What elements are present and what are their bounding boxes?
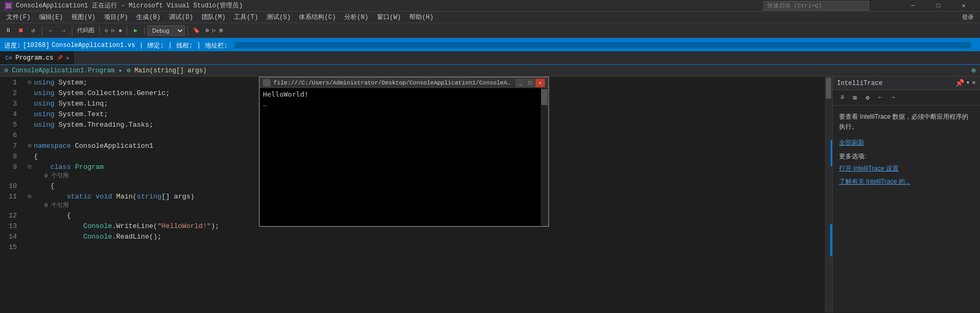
console-window[interactable]: file:///C:/Users/Administrator/Desktop/C… <box>259 77 549 227</box>
process-id: [10268] <box>23 42 49 49</box>
menu-project[interactable]: 项目(P) <box>100 12 133 23</box>
menu-analyze[interactable]: 分析(N) <box>340 12 373 23</box>
tab-icon: C# <box>5 55 12 61</box>
maximize-button[interactable]: □ <box>926 0 950 12</box>
intellitrace-back-btn[interactable]: ← <box>875 92 885 103</box>
menu-architecture[interactable]: 体系结构(C) <box>295 12 340 23</box>
console-scroll-thumb[interactable] <box>541 89 548 105</box>
menu-debug[interactable]: 调试(D) <box>165 12 197 23</box>
bind-label: 绑定: <box>147 41 164 50</box>
intellitrace-content: 要查看 IntelliTrace 数据，必须中断应用程序的执行。 全部刷新 更多… <box>833 106 980 312</box>
intellitrace-refresh-link[interactable]: 全部刷新 <box>839 138 974 147</box>
toolbar-more-btn[interactable]: ⚙ ▷ ⊞ <box>203 25 225 36</box>
expand-icon[interactable]: ⊕ <box>972 66 976 75</box>
toolbar-play-btn[interactable]: ▶ <box>130 25 142 36</box>
window-title: ConsoleApplication1 正在运行 - Microsoft Vis… <box>16 1 764 10</box>
user-login[interactable]: 登录 <box>962 13 974 21</box>
console-minimize-btn[interactable]: _ <box>515 79 525 87</box>
toolbar: ⏸ ⏹ ↺ ← → 代码图 ◇ ▷ ◈ ▶ Debug Release 🔖 ⚙ … <box>0 23 980 38</box>
intellitrace-about-link[interactable]: 了解有关 IntelliTrace 的... <box>839 177 974 186</box>
title-bar: ConsoleApplication1 正在运行 - Microsoft Vis… <box>0 0 980 12</box>
console-output: HelloWorld! _ <box>260 88 548 226</box>
menu-window[interactable]: 窗口(W) <box>373 12 406 23</box>
code-editor[interactable]: 1 ⊟ using System; 2 using System.Collect… <box>0 77 825 312</box>
minimap-accent <box>831 140 832 166</box>
toolbar-pause-btn[interactable]: ⏸ <box>2 25 14 36</box>
close-button[interactable]: ✕ <box>951 0 976 12</box>
tab-label: Program.cs <box>15 54 53 62</box>
intellitrace-toolbar: ≡ ⊞ ⚙ ← → <box>833 90 980 106</box>
toolbar-sep5 <box>144 26 145 35</box>
code-namespace-label: ⚙ ConsoleApplication1.Program <box>4 67 115 74</box>
app-logo <box>4 2 13 10</box>
tab-bar: C# Program.cs 📌 ✕ <box>0 51 980 65</box>
intellitrace-forward-btn[interactable]: → <box>888 92 898 103</box>
address-label: 地址栏: <box>205 41 228 50</box>
menu-build[interactable]: 生成(B) <box>132 12 165 23</box>
intellitrace-more-options-label: 更多选项: <box>839 151 974 162</box>
toolbar-sep1 <box>42 26 42 35</box>
toolbar-code-btn[interactable]: 代码图 <box>75 25 97 36</box>
console-scrollbar[interactable] <box>541 88 548 226</box>
intellitrace-panel: IntelliTrace 📌 ▾ ✕ ≡ ⊞ ⚙ ← → 要查看 Intelli… <box>832 77 980 312</box>
tab-close-icon[interactable]: ✕ <box>66 55 69 61</box>
intellitrace-settings-btn[interactable]: ⚙ <box>862 92 873 103</box>
menu-edit[interactable]: 编辑(E) <box>35 12 68 23</box>
toolbar-restart-btn[interactable]: ↺ <box>27 25 39 36</box>
project-name: ConsoleApplication1.vs <box>52 42 135 49</box>
menu-view[interactable]: 视图(V) <box>67 12 100 23</box>
quick-launch-input[interactable]: 快速启动 (Ctrl+Q) <box>764 1 869 11</box>
editor-scroll-thumb[interactable] <box>826 78 831 99</box>
toolbar-redo-btn[interactable]: → <box>58 25 69 36</box>
status-bar: 进度: [10268] ConsoleApplication1.vs | 绑定:… <box>0 40 980 51</box>
code-line-14: 14 Console.ReadLine(); <box>0 232 825 242</box>
intellitrace-list-btn[interactable]: ≡ <box>837 92 847 103</box>
debug-config-dropdown[interactable]: Debug Release <box>147 25 185 36</box>
console-output-text: HelloWorld! <box>263 90 545 98</box>
toolbar-sep4 <box>127 26 127 35</box>
menu-team[interactable]: 团队(M) <box>197 12 230 23</box>
menu-help[interactable]: 帮助(H) <box>405 12 438 23</box>
intellitrace-title: IntelliTrace <box>837 80 882 87</box>
intellitrace-close-btn[interactable]: ✕ <box>972 79 976 88</box>
console-window-icon <box>263 79 270 87</box>
console-title-bar: file:///C:/Users/Administrator/Desktop/C… <box>260 78 548 88</box>
code-breadcrumb: ⚙ ConsoleApplication1.Program ▸ ⚙ Main(s… <box>0 65 980 77</box>
menu-test[interactable]: 测试(S) <box>262 12 295 23</box>
window-controls: ─ □ ✕ <box>901 0 976 12</box>
tab-pin-icon[interactable]: 📌 <box>56 55 63 61</box>
intellitrace-pin-btn[interactable]: 📌 <box>955 79 964 88</box>
progress-label: 进度: <box>4 41 21 50</box>
code-line-15: 15 <box>0 242 825 253</box>
frame-label: 线框: <box>176 41 193 50</box>
toolbar-various[interactable]: ◇ ▷ ◈ <box>102 25 124 36</box>
intellitrace-settings-link[interactable]: 打开 IntelliTrace 设置 <box>839 164 974 173</box>
code-method-label: ⚙ Main(string[] args) <box>127 67 206 74</box>
status-pipe1: | <box>139 42 143 49</box>
menu-tools[interactable]: 工具(T) <box>230 12 262 23</box>
minimize-button[interactable]: ─ <box>901 0 925 12</box>
console-close-btn[interactable]: ✕ <box>535 79 545 87</box>
menu-file[interactable]: 文件(F) <box>2 12 35 23</box>
main-layout: 1 ⊟ using System; 2 using System.Collect… <box>0 77 980 312</box>
editor-scrollbar[interactable] <box>825 77 832 312</box>
toolbar-undo-btn[interactable]: ← <box>45 25 56 36</box>
status-pipe3: | <box>197 42 201 49</box>
status-pipe2: | <box>168 42 172 49</box>
toolbar-sep2 <box>72 26 72 35</box>
tab-program-cs[interactable]: C# Program.cs 📌 ✕ <box>0 51 75 64</box>
toolbar-sep3 <box>99 26 100 35</box>
console-cursor: _ <box>263 98 545 106</box>
toolbar-bookmarks-btn[interactable]: 🔖 <box>191 25 202 36</box>
intellitrace-dropdown-btn[interactable]: ▾ <box>966 79 970 88</box>
console-title-text: file:///C:/Users/Administrator/Desktop/C… <box>274 80 512 86</box>
console-maximize-btn[interactable]: □ <box>525 79 535 87</box>
intellitrace-header-controls: 📌 ▾ ✕ <box>955 79 976 88</box>
intellitrace-message: 要查看 IntelliTrace 数据，必须中断应用程序的执行。 <box>839 112 974 132</box>
toolbar-stop-btn[interactable]: ⏹ <box>15 25 26 36</box>
intellitrace-header: IntelliTrace 📌 ▾ ✕ <box>833 77 980 90</box>
menu-bar: 文件(F) 编辑(E) 视图(V) 项目(P) 生成(B) 调试(D) 团队(M… <box>0 12 980 23</box>
intellitrace-grid-btn[interactable]: ⊞ <box>850 92 860 103</box>
toolbar-sep6 <box>187 26 188 35</box>
console-window-controls: _ □ ✕ <box>515 79 545 87</box>
